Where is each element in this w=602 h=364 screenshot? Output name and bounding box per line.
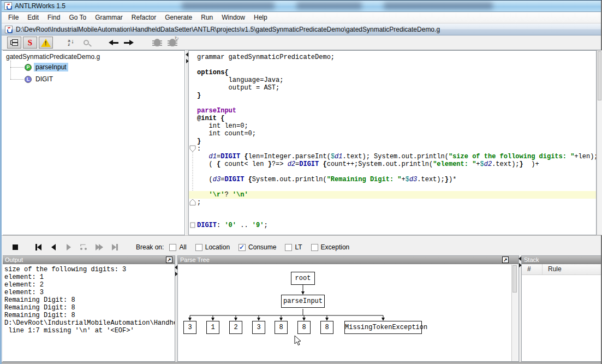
parse-tree-leaf-8[interactable]: 8 <box>275 321 288 334</box>
mouse-cursor <box>294 335 302 346</box>
debug-button[interactable] <box>151 37 164 49</box>
menu-refactor[interactable]: Refactor <box>127 12 160 23</box>
stack-table-header: # Rule <box>522 264 601 275</box>
debug-remote-button[interactable] <box>166 37 179 49</box>
menu-window[interactable]: Window <box>217 12 249 23</box>
parse-tree-leaf-3[interactable]: 3 <box>252 321 265 334</box>
back-button[interactable] <box>107 37 120 49</box>
checkbox-all[interactable] <box>169 244 176 251</box>
menu-go-to[interactable]: Go To <box>64 12 91 23</box>
fast-forward-icon <box>99 244 103 250</box>
parse-tree-panel: Parse Tree ↗ rootparseInput3123888Missin… <box>177 255 519 362</box>
stop-icon <box>13 244 18 250</box>
menu-generate[interactable]: Generate <box>160 12 196 23</box>
output-line: element: 1 <box>4 273 175 281</box>
window-bottom-edge <box>2 362 601 364</box>
menu-file[interactable]: File <box>4 12 23 23</box>
menu-run[interactable]: Run <box>196 12 217 23</box>
parse-tree-leaf-8[interactable]: 8 <box>297 321 311 334</box>
tree-item-parseInput[interactable]: PparseInput <box>25 63 68 71</box>
code-line <box>197 168 596 176</box>
grammar-path-bar: D:\DevRoot\IndustrialMobileAutomation\Ha… <box>2 23 601 35</box>
step-forward-button[interactable] <box>63 242 75 252</box>
menu-help[interactable]: Help <box>249 12 272 23</box>
parse-tree-node-parseinput[interactable]: parseInput <box>281 295 325 308</box>
sort-rules-button[interactable]: az <box>64 37 78 49</box>
fast-forward-button[interactable] <box>93 242 105 252</box>
code-line: (d3=DIGIT {System.out.println("Remaining… <box>197 176 596 183</box>
code-line: @init { <box>197 115 596 122</box>
parse-tree-leaf-1[interactable]: 1 <box>206 321 219 334</box>
code-line: DIGIT: '0' .. '9'; <box>197 222 596 229</box>
semantic-toggle-button[interactable]: S <box>23 37 37 49</box>
break-on-lt: LT <box>285 243 302 251</box>
output-title: Output <box>5 256 23 263</box>
output-line: size of the following digits: 3 <box>4 266 175 273</box>
forward-button[interactable] <box>122 37 135 49</box>
output-line: Remaining Digit: 8 <box>4 296 175 304</box>
checkbox-location[interactable] <box>195 244 202 251</box>
step-back-button[interactable] <box>47 242 59 252</box>
code-line: language=Java; <box>197 76 596 84</box>
grammar-root-node[interactable]: gatedSynmaticPredicateDemo.g <box>3 51 184 62</box>
grammar-file-icon <box>5 26 13 33</box>
semantic-s-icon: S <box>28 38 32 47</box>
code-line: parseInput <box>197 107 596 115</box>
detach-output-button[interactable]: ↗ <box>166 256 172 263</box>
tree-item-DIGIT[interactable]: LDIGIT <box>25 75 55 83</box>
scrollbar-thumb[interactable] <box>598 51 601 100</box>
menu-grammar[interactable]: Grammar <box>91 12 127 23</box>
stack-panel: Stack # Rule <box>521 255 601 362</box>
parse-tree-leaf-MissingTokenException[interactable]: MissingTokenException <box>344 321 422 334</box>
app-java-icon <box>4 2 12 10</box>
step-over-button[interactable] <box>78 242 90 252</box>
find-button[interactable] <box>80 37 93 49</box>
checkbox-exception[interactable] <box>311 244 318 251</box>
stop-button[interactable] <box>9 242 21 252</box>
horizontal-splitter[interactable] <box>2 235 601 239</box>
code-line: grammar gatedSynmaticPredicateDemo; <box>197 53 596 61</box>
code-line: } <box>197 138 596 145</box>
output-panel: Output ↗ size of the following digits: 3… <box>3 255 175 362</box>
editor-vertical-scrollbar[interactable] <box>597 50 602 235</box>
forward-arrow-icon <box>124 40 134 45</box>
parse-tree-node-root[interactable]: root <box>291 272 315 285</box>
antlrworks-window: ANTLRWorks 1.5 FileEditFindGo ToGrammarR… <box>0 0 602 364</box>
sort-az-icon: az <box>68 39 74 46</box>
rule-explorer: gatedSynmaticPredicateDemo.g PparseInput… <box>3 50 185 235</box>
editor-gutter <box>189 51 197 235</box>
stack-header: Stack <box>522 256 601 264</box>
debug-remote-bug-icon <box>169 39 176 46</box>
rule-type-badge-P: P <box>25 64 32 71</box>
redacted-smudge <box>182 2 275 9</box>
parse-tree-scrollbar[interactable] <box>511 265 518 361</box>
parse-tree-leaf-2[interactable]: 2 <box>229 321 242 334</box>
code-line: output = AST; <box>197 84 596 92</box>
syntax-diagram-toggle-button[interactable] <box>7 37 21 49</box>
tree-connector <box>10 61 11 79</box>
parse-tree-leaf-3[interactable]: 3 <box>183 321 196 334</box>
code-line: int len=0; <box>197 122 596 130</box>
detach-parse-tree-button[interactable]: ↗ <box>502 256 509 263</box>
checkbox-lt[interactable] <box>285 244 292 251</box>
checkbox-consume[interactable] <box>239 244 246 251</box>
warning-icon: ! <box>41 39 51 47</box>
code-line <box>197 61 596 69</box>
code-line: d1=DIGIT {len=Integer.parseInt($d1.text)… <box>197 153 596 160</box>
goto-start-button[interactable] <box>32 242 44 252</box>
output-line: line 1:7 missing '\n' at '<EOF>' <box>4 327 175 335</box>
parse-tree-leaf-8[interactable]: 8 <box>320 321 333 334</box>
menu-edit[interactable]: Edit <box>23 12 43 23</box>
warnings-toggle-button[interactable]: ! <box>39 37 53 49</box>
output-console[interactable]: size of the following digits: 3element: … <box>3 264 175 335</box>
code-line: int count=0; <box>197 130 596 138</box>
goto-end-button[interactable] <box>109 242 121 252</box>
step-forward-icon <box>67 244 71 250</box>
tree-item-label: DIGIT <box>34 75 55 83</box>
window-title: ANTLRWorks 1.5 <box>15 2 65 10</box>
grammar-editor[interactable]: grammar gatedSynmaticPredicateDemo;optio… <box>188 50 597 235</box>
parse-tree-canvas[interactable]: rootparseInput3123888MissingTokenExcepti… <box>178 265 511 362</box>
output-header: Output ↗ <box>3 256 175 264</box>
menu-find[interactable]: Find <box>43 12 64 23</box>
step-back-icon <box>51 244 56 250</box>
